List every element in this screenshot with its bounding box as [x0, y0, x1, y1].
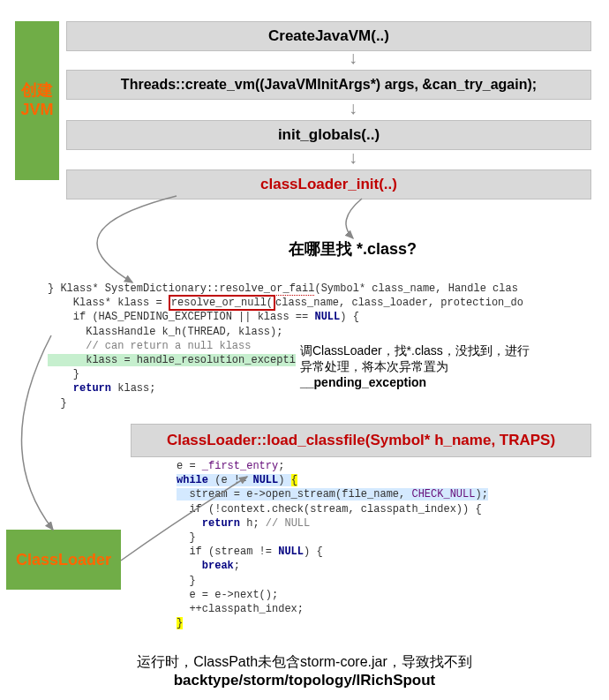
bottom-l2: backtype/storm/topology/IRichSpout [0, 672, 609, 689]
c2-l11: ++classpath_index; [177, 603, 304, 615]
arrow-3: ↓ [49, 147, 609, 168]
c2-l2b: (e != [208, 474, 252, 486]
anno-l1: 调ClassLoader，找*.class，没找到，进行 [300, 342, 530, 358]
c2-l8a [177, 560, 202, 572]
c2-first-entry: _first_entry [202, 460, 278, 472]
c2-check-null: CHECK_NULL [411, 488, 475, 501]
c2-l7a: if (stream != [177, 546, 278, 558]
classloader-text: ClassLoader [16, 551, 111, 569]
code-block-loop: e = _first_entry; while (e != NULL) { st… [177, 459, 488, 630]
c2-l7null: NULL [278, 546, 304, 558]
c2-l2null: NULL [252, 474, 278, 486]
c1-l8a [48, 382, 73, 395]
c2-l3a: stream = e->open_stream(file_name, [177, 488, 411, 501]
c1-resolve-or-fail: resolve_or_fail [219, 282, 314, 296]
question-label: 在哪里找 *.class? [289, 240, 417, 258]
step2-text: Threads::create_vm((JavaVMInitArgs*) arg… [121, 77, 537, 92]
c2-l5b: h; [240, 517, 266, 530]
bottom-l1: 运行时，ClassPath未包含storm-core.jar，导致找不到 [0, 653, 609, 672]
arrow-2: ↓ [49, 98, 609, 118]
c1-l3a: if (HAS_PENDING_EXCEPTION || klass == [48, 311, 314, 323]
c1-l4: KlassHandle k_h(THREAD, klass); [48, 326, 282, 338]
c1-l3null: NULL [314, 311, 340, 323]
annotation-block: 调ClassLoader，找*.class，没找到，进行 异常处理，将本次异常置… [300, 342, 530, 391]
step-create-javavm: CreateJavaVM(..) [66, 21, 591, 51]
c1-l8kw: return [73, 382, 111, 395]
anno-l3: __pending_exception [300, 374, 530, 390]
question-text: 在哪里找 *.class? [289, 238, 417, 260]
c2-break: break [202, 560, 234, 572]
c1-l5: // can return a null klass [48, 340, 251, 352]
c1-l1a: } Klass* SystemDictionary:: [48, 282, 219, 295]
c2-l1a: e = [177, 460, 202, 472]
step-classloader-init: classLoader_init(..) [66, 169, 591, 199]
c2-l5cmt: // NULL [266, 517, 310, 530]
c2-l1c: ; [278, 460, 284, 472]
c1-l3b: ) { [340, 311, 359, 323]
c1-resolve-or-null-box: resolve_or_null( [169, 295, 275, 311]
c1-l8b: klass; [111, 382, 155, 395]
c2-l6: } [177, 531, 196, 544]
c2-return: return [202, 517, 240, 530]
c1-l2b: class_name, class_loader, protection_do [275, 297, 523, 309]
anno-l2: 异常处理，将本次异常置为 [300, 358, 530, 374]
step1-text: CreateJavaVM(..) [268, 27, 389, 44]
c2-l3b: ); [475, 488, 487, 501]
arrow-1: ↓ [49, 48, 609, 68]
c2-l9: } [177, 575, 196, 587]
c1-l1b: (Symbol* class_name, Handle clas [314, 282, 517, 295]
c2-l5a [177, 517, 202, 530]
c1-l2a: Klass* klass = [48, 297, 169, 309]
step5-text: ClassLoader::load_classfile(Symbol* h_na… [167, 432, 555, 448]
c1-l7: } [48, 368, 79, 380]
step4-text: classLoader_init(..) [260, 176, 397, 192]
step-init-globals: init_globals(..) [66, 120, 591, 150]
c2-while: while [177, 474, 208, 486]
step-threads-create-vm: Threads::create_vm((JavaVMInitArgs*) arg… [66, 70, 591, 100]
c2-l2brace: { [291, 474, 297, 486]
classloader-label: ClassLoader [6, 530, 121, 590]
c2-l4: if (!context.check(stream, classpath_ind… [177, 503, 482, 516]
c2-l12: } [177, 617, 183, 629]
c2-l7b: ) { [304, 546, 323, 558]
c1-l9: } [48, 397, 67, 410]
step3-text: init_globals(..) [278, 126, 380, 143]
c1-l6-highlight: klass = handle_resolution_excepti [48, 354, 296, 366]
bottom-note: 运行时，ClassPath未包含storm-core.jar，导致找不到 bac… [0, 653, 609, 689]
step-load-classfile: ClassLoader::load_classfile(Symbol* h_na… [131, 424, 591, 457]
c2-l2c: ) [278, 474, 290, 486]
c2-l10: e = e->next(); [177, 589, 278, 601]
c2-l8b: ; [234, 560, 240, 572]
